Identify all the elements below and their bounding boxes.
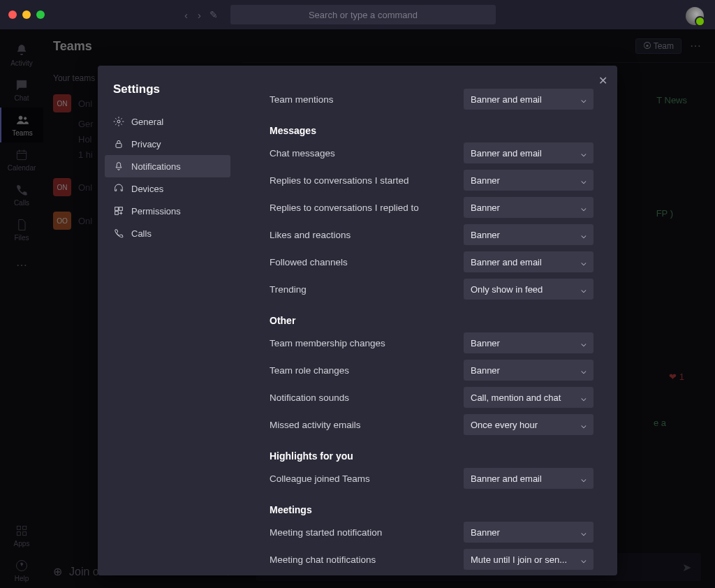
chevron-down-icon: ⌵ [581,175,587,186]
phone-icon [113,228,124,239]
chevron-down-icon: ⌵ [581,284,587,295]
chevron-down-icon: ⌵ [581,365,587,376]
titlebar: ‹ › ✎ Search or type a command [0,0,715,29]
dropdown-colleague[interactable]: Banner and email⌵ [464,468,594,489]
chevron-down-icon: ⌵ [581,203,587,213]
settings-body: Team mentions Banner and email⌵ Messages… [237,66,617,575]
dropdown-replies-replied[interactable]: Banner⌵ [464,197,594,218]
settings-modal: ✕ Settings General Privacy Notifications… [98,66,617,575]
window-controls [8,10,45,19]
svg-rect-11 [119,207,123,211]
new-message-icon[interactable]: ✎ [209,9,218,20]
dropdown-role[interactable]: Banner⌵ [464,360,594,381]
dropdown-team-mentions[interactable]: Banner and email⌵ [464,89,594,110]
chevron-down-icon: ⌵ [581,527,587,538]
chevron-down-icon: ⌵ [581,338,587,348]
back-button[interactable]: ‹ [184,9,188,21]
settings-sidebar: Settings General Privacy Notifications D… [98,66,237,575]
settings-cat-general[interactable]: General [105,110,230,133]
dropdown-replies-started[interactable]: Banner⌵ [464,170,594,191]
settings-cat-permissions[interactable]: Permissions [105,200,230,222]
dropdown-meeting-chat[interactable]: Mute until I join or sen...⌵ [464,549,594,570]
settings-cat-devices[interactable]: Devices [105,177,230,200]
settings-cat-privacy[interactable]: Privacy [105,133,230,155]
dropdown-membership[interactable]: Banner⌵ [464,332,594,353]
chevron-down-icon: ⌵ [581,554,587,565]
headset-icon [113,183,124,194]
dropdown-meeting-started[interactable]: Banner⌵ [464,522,594,543]
section-meetings: Meetings [270,504,594,515]
dropdown-likes[interactable]: Banner⌵ [464,224,594,245]
dropdown-trending[interactable]: Only show in feed⌵ [464,279,594,300]
settings-cat-calls[interactable]: Calls [105,222,230,244]
chevron-down-icon: ⌵ [581,473,587,484]
section-highlights: Highlights for you [270,450,594,462]
dropdown-followed[interactable]: Banner and email⌵ [464,251,594,272]
chevron-down-icon: ⌵ [581,230,587,240]
chevron-down-icon: ⌵ [581,420,587,430]
minimize-window-button[interactable] [22,10,31,19]
current-user-avatar[interactable] [686,7,704,25]
chevron-down-icon: ⌵ [581,257,587,267]
dropdown-chat-messages[interactable]: Banner and email⌵ [464,142,594,163]
svg-point-8 [117,120,120,123]
maximize-window-button[interactable] [36,10,45,19]
search-placeholder: Search or type a command [309,10,418,20]
lock-icon [113,138,124,149]
permissions-icon [113,205,124,216]
nav-arrows: ‹ › [184,9,201,21]
bell-icon [113,161,124,172]
svg-rect-10 [115,207,119,211]
chevron-down-icon: ⌵ [581,148,587,159]
dropdown-missed[interactable]: Once every hour⌵ [464,414,594,435]
search-input[interactable]: Search or type a command [230,5,496,24]
settings-cat-notifications[interactable]: Notifications [105,155,230,177]
chevron-down-icon: ⌵ [581,392,587,403]
svg-rect-9 [116,143,121,147]
forward-button[interactable]: › [198,9,201,21]
section-messages: Messages [270,125,594,136]
section-other: Other [270,315,594,326]
chevron-down-icon: ⌵ [581,94,587,105]
dropdown-sounds[interactable]: Call, mention and chat⌵ [464,387,594,408]
svg-rect-12 [115,212,119,215]
close-window-button[interactable] [8,10,17,19]
modal-overlay[interactable]: ✕ Settings General Privacy Notifications… [0,29,715,588]
settings-title: Settings [105,80,230,110]
setting-row-team-mentions: Team mentions Banner and email⌵ [270,89,594,110]
gear-icon [113,116,124,127]
